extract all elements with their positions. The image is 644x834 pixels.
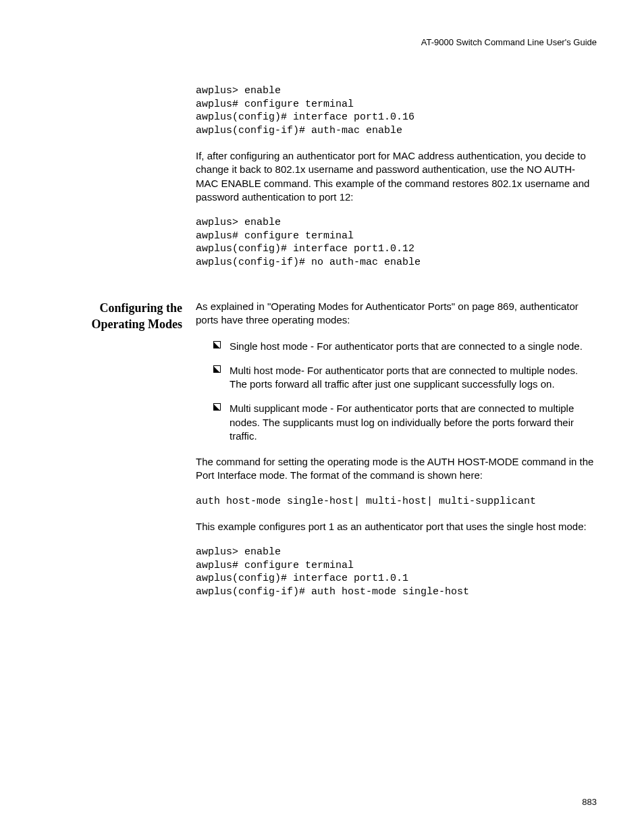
bullet-icon bbox=[213, 365, 221, 373]
bullet-icon bbox=[213, 341, 221, 348]
bullet-icon bbox=[213, 403, 221, 411]
code-block-2: awplus> enable awplus# configure termina… bbox=[196, 216, 597, 269]
list-item: Single host mode - For authenticator por… bbox=[213, 340, 597, 353]
right-column-top: awplus> enable awplus# configure termina… bbox=[196, 84, 597, 281]
bullet-list: Single host mode - For authenticator por… bbox=[213, 340, 597, 444]
section-row: Configuring the Operating Modes As expla… bbox=[47, 300, 597, 610]
paragraph-3: The command for setting the operating mo… bbox=[196, 455, 597, 483]
code-block-4: awplus> enable awplus# configure termina… bbox=[196, 546, 597, 598]
right-column-section: As explained in "Operating Modes for Aut… bbox=[196, 300, 597, 610]
left-column-heading: Configuring the Operating Modes bbox=[47, 300, 182, 610]
document-header: AT-9000 Switch Command Line User's Guide bbox=[47, 37, 597, 47]
content-wrapper: awplus> enable awplus# configure termina… bbox=[47, 84, 597, 281]
list-item-text: Multi supplicant mode - For authenticato… bbox=[230, 402, 574, 442]
list-item: Multi supplicant mode - For authenticato… bbox=[213, 402, 597, 443]
list-item-text: Multi host mode- For authenticator ports… bbox=[230, 365, 578, 390]
page-container: AT-9000 Switch Command Line User's Guide… bbox=[0, 0, 644, 834]
section-heading: Configuring the Operating Modes bbox=[47, 300, 182, 333]
list-item-text: Single host mode - For authenticator por… bbox=[230, 340, 583, 352]
paragraph-1: If, after configuring an authenticator p… bbox=[196, 149, 597, 204]
code-block-1: awplus> enable awplus# configure termina… bbox=[196, 84, 597, 137]
paragraph-2: As explained in "Operating Modes for Aut… bbox=[196, 300, 597, 328]
code-block-3: auth host-mode single-host| multi-host| … bbox=[196, 495, 597, 509]
list-item: Multi host mode- For authenticator ports… bbox=[213, 364, 597, 392]
paragraph-4: This example configures port 1 as an aut… bbox=[196, 520, 597, 533]
left-column bbox=[47, 84, 182, 281]
page-number: 883 bbox=[582, 797, 597, 807]
